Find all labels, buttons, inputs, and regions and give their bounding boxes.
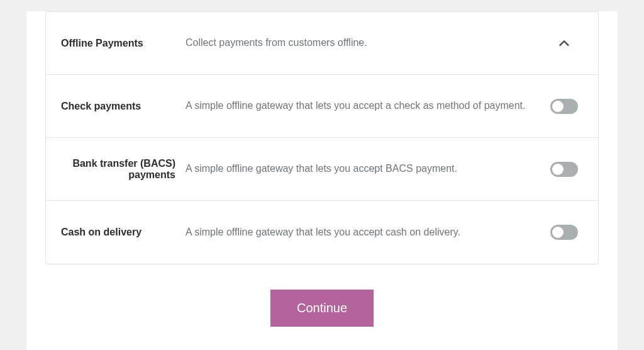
offline-payments-description: Collect payments from customers offline. [186, 35, 545, 51]
check-payments-title: Check payments [61, 101, 186, 112]
bank-transfer-toggle[interactable] [550, 162, 578, 177]
check-payments-description: A simple offline gateway that lets you a… [186, 98, 545, 114]
bank-transfer-description: A simple offline gateway that lets you a… [186, 161, 545, 177]
toggle-knob [552, 101, 564, 112]
offline-payments-title: Offline Payments [61, 38, 186, 49]
collapse-toggle[interactable] [545, 37, 583, 50]
payment-method-row: Cash on delivery A simple offline gatewa… [46, 201, 598, 264]
chevron-up-icon [557, 37, 571, 50]
offline-payments-header-row[interactable]: Offline Payments Collect payments from c… [46, 12, 598, 75]
payment-method-row: Bank transfer (BACS) payments A simple o… [46, 138, 598, 201]
toggle-knob [552, 164, 564, 175]
bank-transfer-title: Bank transfer (BACS) payments [61, 158, 186, 181]
cash-on-delivery-title: Cash on delivery [61, 227, 186, 238]
continue-button[interactable]: Continue [270, 290, 374, 327]
settings-page: Offline Payments Collect payments from c… [26, 11, 618, 350]
cash-on-delivery-description: A simple offline gateway that lets you a… [186, 225, 545, 240]
toggle-knob [552, 227, 564, 238]
button-container: Continue [45, 264, 599, 327]
offline-payments-panel: Offline Payments Collect payments from c… [45, 11, 599, 264]
check-payments-toggle[interactable] [550, 99, 578, 114]
cash-on-delivery-toggle[interactable] [550, 225, 578, 240]
payment-method-row: Check payments A simple offline gateway … [46, 75, 598, 138]
